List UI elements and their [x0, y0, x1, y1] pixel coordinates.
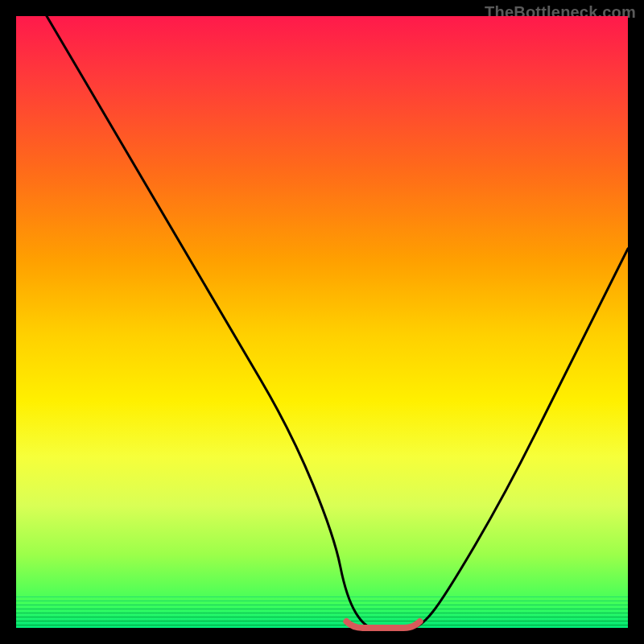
chart-frame: TheBottleneck.com — [0, 0, 644, 644]
trough-highlight — [346, 621, 419, 628]
v-curve — [47, 16, 628, 628]
curve-layer — [16, 16, 628, 628]
plot-area — [16, 16, 628, 628]
